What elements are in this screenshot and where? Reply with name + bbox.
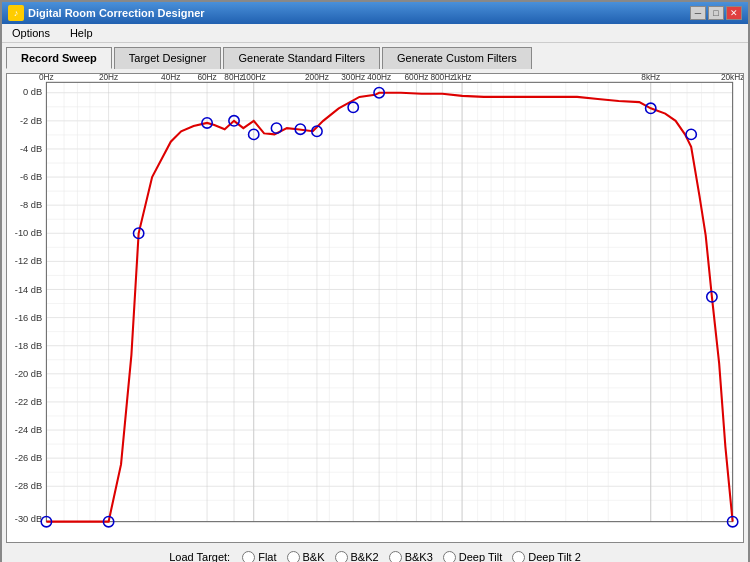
svg-text:-18 dB: -18 dB: [15, 341, 42, 351]
tab-record-sweep[interactable]: Record Sweep: [6, 47, 112, 69]
svg-text:0 dB: 0 dB: [23, 87, 42, 97]
svg-text:100Hz: 100Hz: [242, 74, 266, 82]
tabs-bar: Record Sweep Target Designer Generate St…: [2, 43, 748, 69]
svg-text:-16 dB: -16 dB: [15, 313, 42, 323]
main-content: 0 dB -2 dB -4 dB -6 dB -8 dB -10 dB -12 …: [2, 69, 748, 562]
svg-text:1kHz: 1kHz: [453, 74, 472, 82]
radio-bk3[interactable]: B&K3: [389, 551, 433, 562]
svg-text:-20 dB: -20 dB: [15, 369, 42, 379]
radio-deep-tilt-2[interactable]: Deep Tilt 2: [512, 551, 581, 562]
app-icon: ♪: [8, 5, 24, 21]
svg-text:600Hz: 600Hz: [404, 74, 428, 82]
menu-help[interactable]: Help: [64, 26, 99, 40]
maximize-button[interactable]: □: [708, 6, 724, 20]
svg-text:20kHz: 20kHz: [721, 74, 743, 82]
svg-text:-6 dB: -6 dB: [20, 172, 42, 182]
svg-text:-2 dB: -2 dB: [20, 116, 42, 126]
svg-text:8kHz: 8kHz: [641, 74, 660, 82]
radio-deep-tilt[interactable]: Deep Tilt: [443, 551, 502, 562]
svg-text:400Hz: 400Hz: [367, 74, 391, 82]
window-title: Digital Room Correction Designer: [28, 7, 205, 19]
svg-text:-4 dB: -4 dB: [20, 144, 42, 154]
menu-bar: Options Help: [2, 24, 748, 43]
svg-text:60Hz: 60Hz: [197, 74, 216, 82]
radio-flat[interactable]: Flat: [242, 551, 276, 562]
load-target-label: Load Target:: [169, 551, 230, 562]
svg-text:-30 dB: -30 dB: [15, 514, 42, 524]
chart-area: 0 dB -2 dB -4 dB -6 dB -8 dB -10 dB -12 …: [6, 73, 744, 543]
svg-text:-10 dB: -10 dB: [15, 228, 42, 238]
tab-generate-standard[interactable]: Generate Standard Filters: [223, 47, 380, 69]
svg-text:800Hz: 800Hz: [430, 74, 454, 82]
svg-text:-24 dB: -24 dB: [15, 425, 42, 435]
radio-group: Flat B&K B&K2 B&K3 Deep Tilt: [242, 551, 581, 562]
svg-text:20Hz: 20Hz: [99, 74, 118, 82]
close-button[interactable]: ✕: [726, 6, 742, 20]
svg-text:0Hz: 0Hz: [39, 74, 54, 82]
svg-text:-26 dB: -26 dB: [15, 453, 42, 463]
svg-text:-8 dB: -8 dB: [20, 200, 42, 210]
svg-text:-22 dB: -22 dB: [15, 397, 42, 407]
frequency-chart: 0 dB -2 dB -4 dB -6 dB -8 dB -10 dB -12 …: [7, 74, 743, 542]
svg-text:-28 dB: -28 dB: [15, 481, 42, 491]
tab-generate-custom[interactable]: Generate Custom Filters: [382, 47, 532, 69]
svg-text:-14 dB: -14 dB: [15, 285, 42, 295]
window-controls: ─ □ ✕: [690, 6, 742, 20]
minimize-button[interactable]: ─: [690, 6, 706, 20]
title-bar: ♪ Digital Room Correction Designer ─ □ ✕: [2, 2, 748, 24]
svg-text:300Hz: 300Hz: [341, 74, 365, 82]
svg-text:200Hz: 200Hz: [305, 74, 329, 82]
menu-options[interactable]: Options: [6, 26, 56, 40]
radio-bk2[interactable]: B&K2: [335, 551, 379, 562]
svg-text:40Hz: 40Hz: [161, 74, 180, 82]
main-window: ♪ Digital Room Correction Designer ─ □ ✕…: [0, 0, 750, 562]
radio-bk[interactable]: B&K: [287, 551, 325, 562]
bottom-bar: Load Target: Flat B&K B&K2 B&K3: [6, 543, 744, 562]
svg-text:-12 dB: -12 dB: [15, 256, 42, 266]
tab-target-designer[interactable]: Target Designer: [114, 47, 222, 69]
